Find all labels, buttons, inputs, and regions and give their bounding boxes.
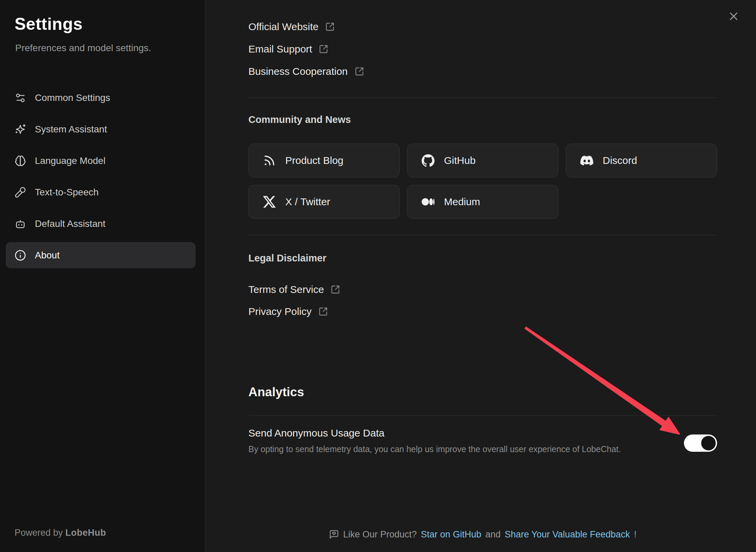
settings-modal: Settings Preferences and model settings.… bbox=[0, 0, 756, 552]
medium-icon bbox=[422, 195, 435, 208]
button-label: Product Blog bbox=[285, 155, 343, 166]
external-link-icon bbox=[319, 44, 328, 54]
contact-us-heading-text: Contact Us bbox=[248, 0, 309, 0]
footer-text: Like Our Product? bbox=[343, 529, 417, 540]
x-twitter-button[interactable]: X / Twitter bbox=[248, 185, 400, 219]
page-subtitle: Preferences and model settings. bbox=[15, 43, 151, 54]
analytics-heading: Analytics bbox=[248, 384, 304, 400]
link-label: Privacy Policy bbox=[248, 306, 312, 317]
sidebar-item-about[interactable]: About bbox=[6, 242, 196, 268]
brain-icon bbox=[15, 155, 26, 167]
privacy-policy-link[interactable]: Privacy Policy bbox=[248, 304, 340, 319]
powered-by: Powered by LobeHub bbox=[15, 528, 106, 538]
toggle-knob bbox=[701, 436, 716, 450]
send-usage-data-description: By opting to send telemetry data, you ca… bbox=[248, 443, 621, 455]
legal-heading: Legal Disclaimer bbox=[248, 251, 327, 266]
link-label: Official Website bbox=[248, 21, 318, 33]
contact-us-section-heading: Contact Us bbox=[248, 0, 418, 3]
section-divider bbox=[248, 98, 717, 98]
rss-icon bbox=[263, 154, 276, 167]
sidebar-item-system-assistant[interactable]: System Assistant bbox=[6, 116, 196, 142]
sparkles-icon bbox=[15, 124, 26, 135]
sidebar-item-language-model[interactable]: Language Model bbox=[6, 148, 196, 174]
business-cooperation-link[interactable]: Business Cooperation bbox=[248, 64, 364, 79]
sliders-icon bbox=[15, 92, 26, 104]
product-blog-button[interactable]: Product Blog bbox=[248, 144, 400, 177]
sidebar-item-label: System Assistant bbox=[35, 124, 107, 135]
feedback-footer: Like Our Product? Star on GitHub and Sha… bbox=[248, 527, 717, 542]
section-divider bbox=[248, 416, 717, 416]
link-label: Email Support bbox=[248, 43, 312, 55]
github-button[interactable]: GitHub bbox=[407, 144, 558, 177]
sidebar-item-label: Common Settings bbox=[35, 92, 110, 103]
sidebar-item-label: Text-to-Speech bbox=[35, 187, 98, 198]
send-usage-data-toggle[interactable] bbox=[684, 434, 717, 452]
sidebar-item-default-assistant[interactable]: Default Assistant bbox=[6, 211, 196, 237]
sidebar-item-label: Default Assistant bbox=[35, 218, 106, 229]
about-content: Contact Us Official Website Email Suppor… bbox=[248, 0, 717, 552]
page-title: Settings bbox=[15, 14, 83, 34]
github-icon bbox=[422, 154, 435, 167]
community-buttons: Product Blog GitHub Discord X / Twitter … bbox=[248, 144, 717, 219]
community-heading: Community and News bbox=[248, 112, 351, 127]
medium-button[interactable]: Medium bbox=[407, 185, 558, 219]
button-label: Discord bbox=[603, 155, 637, 166]
terms-of-service-link[interactable]: Terms of Service bbox=[248, 282, 340, 297]
button-label: X / Twitter bbox=[285, 196, 330, 208]
close-icon bbox=[727, 10, 740, 23]
message-heart-icon bbox=[329, 529, 339, 539]
settings-sidebar: Settings Preferences and model settings.… bbox=[0, 0, 205, 552]
sidebar-item-text-to-speech[interactable]: Text-to-Speech bbox=[6, 179, 196, 205]
star-on-github-link[interactable]: Star on GitHub bbox=[421, 529, 482, 540]
powered-by-text: Powered by bbox=[15, 528, 63, 538]
legal-links: Terms of Service Privacy Policy bbox=[248, 282, 340, 319]
sidebar-nav: Common Settings System Assistant Languag… bbox=[6, 85, 196, 268]
lobehub-brand[interactable]: LobeHub bbox=[65, 528, 106, 538]
discord-button[interactable]: Discord bbox=[566, 144, 717, 177]
footer-text: and bbox=[485, 529, 501, 540]
button-label: GitHub bbox=[444, 155, 475, 166]
official-website-link[interactable]: Official Website bbox=[248, 19, 364, 34]
sidebar-item-common-settings[interactable]: Common Settings bbox=[6, 85, 196, 111]
sidebar-item-label: About bbox=[35, 250, 60, 261]
button-label: Medium bbox=[444, 196, 480, 208]
external-link-icon bbox=[325, 22, 335, 31]
external-link-icon bbox=[355, 67, 364, 76]
send-usage-data-label: Send Anonymous Usage Data bbox=[248, 426, 384, 441]
sidebar-item-label: Language Model bbox=[35, 155, 106, 166]
link-label: Terms of Service bbox=[248, 284, 324, 295]
share-feedback-link[interactable]: Share Your Valuable Feedback bbox=[505, 529, 630, 540]
footer-text: ! bbox=[634, 529, 637, 540]
contact-links: Official Website Email Support Business … bbox=[248, 19, 364, 79]
info-circle-icon bbox=[15, 250, 26, 261]
external-link-icon bbox=[318, 307, 328, 316]
bot-icon bbox=[15, 218, 26, 230]
close-button[interactable] bbox=[726, 8, 742, 24]
discord-icon bbox=[580, 154, 593, 167]
about-panel: Contact Us Official Website Email Suppor… bbox=[205, 0, 756, 552]
email-support-link[interactable]: Email Support bbox=[248, 42, 364, 57]
mic-vocal-icon bbox=[15, 187, 26, 198]
x-twitter-icon bbox=[263, 195, 276, 208]
link-label: Business Cooperation bbox=[248, 66, 348, 77]
section-divider bbox=[248, 235, 717, 235]
external-link-icon bbox=[331, 285, 340, 294]
